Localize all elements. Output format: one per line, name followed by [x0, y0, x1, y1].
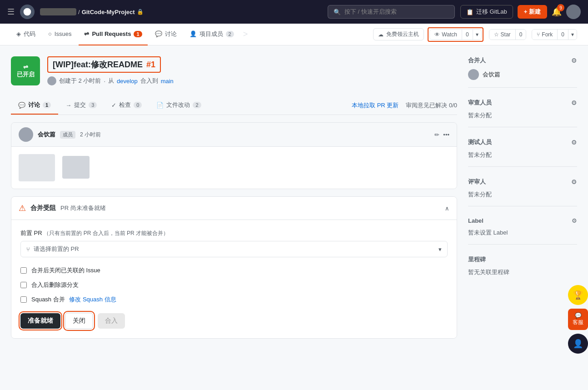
star-count: 0 [516, 30, 526, 40]
tab-commits[interactable]: → 提交 3 [58, 96, 104, 115]
more-icon[interactable]: ••• [443, 131, 449, 138]
migrate-label: 迁移 GitLab [476, 8, 507, 16]
tester-title: 测试人员 [468, 138, 492, 146]
prereq-pr-select[interactable]: ⑂ 请选择前置的 PR ▾ [20, 241, 448, 257]
sidebar-label-section: Label ⚙ 暂未设置 Label [468, 217, 577, 245]
breadcrumb-separator: / [78, 9, 80, 15]
code-icon: ◈ [16, 30, 21, 37]
user-avatar[interactable] [566, 5, 581, 19]
commits-tab-count: 3 [89, 102, 97, 108]
merger-title: 合并人 [468, 56, 486, 65]
subnav-item-pullrequests[interactable]: ⇌ Pull Requests 1 [79, 24, 147, 45]
new-button[interactable]: + 新建 [518, 5, 547, 19]
watch-main-button[interactable]: 👁 Watch [430, 30, 462, 40]
tab-checks[interactable]: ✓ 检查 0 [104, 96, 149, 115]
label-title: Label [468, 217, 483, 224]
warning-icon: ⚠ [19, 203, 26, 213]
fork-count: 0 [558, 30, 568, 40]
fork-dropdown-arrow[interactable]: ▾ [568, 30, 577, 40]
star-main-button[interactable]: ☆ Star [489, 30, 516, 40]
cloud-host-button[interactable]: ☁ 免费领云主机 [373, 28, 424, 40]
reviewer-empty: 暂未分配 [468, 112, 492, 119]
hamburger-menu[interactable]: ☰ [7, 7, 15, 17]
chat-icon: 💬 [575, 312, 582, 319]
subnav-more[interactable]: > [243, 30, 248, 39]
pr-status-icon: ⇌ [23, 64, 28, 70]
fork-label: Fork [542, 31, 553, 38]
label-manage-icon[interactable]: ⚙ [572, 217, 577, 224]
subnav-right: ☁ 免费领云主机 👁 Watch 0 ▾ ☆ Star 0 ⑂ F [373, 27, 577, 42]
subnav-item-discussion[interactable]: 💬 讨论 [149, 24, 182, 45]
select-arrow-icon: ▾ [439, 246, 442, 253]
prereq-placeholder: 请选择前置的 PR [34, 245, 439, 253]
service-label: 客服 [573, 319, 583, 326]
delete-branch-label: 合入后删除源分支 [31, 281, 79, 289]
pr-tab-actions: 本地拉取 PR 更新 审阅意见已解决 0/0 [352, 101, 457, 110]
pr-title-text: [WIP]feat:修改README [53, 59, 143, 70]
pr-branch-to[interactable]: main [161, 78, 174, 85]
merger-gear-icon[interactable]: ⚙ [571, 57, 577, 64]
checks-tab-icon: ✓ [111, 102, 116, 109]
tester-gear-icon[interactable]: ⚙ [571, 139, 577, 146]
label-empty: 暂未设置 Label [468, 229, 508, 236]
user-float-button[interactable]: 👤 [568, 334, 588, 354]
milestone-title: 里程碑 [468, 255, 486, 264]
close-button[interactable]: 关闭 [65, 313, 93, 329]
notification-count: 9 [557, 4, 564, 11]
lock-icon: 🔒 [137, 9, 144, 15]
merge-button[interactable]: 合入 [98, 313, 125, 329]
files-tab-count: 2 [193, 102, 201, 108]
squash-info-link[interactable]: 修改 Squash 信息 [69, 296, 116, 303]
content-area: ⇌ 已开启 [WIP]feat:修改README #1 创建于 2 小时前 · … [11, 56, 457, 346]
watch-count: 0 [462, 30, 473, 40]
subnav-item-issues[interactable]: ○ Issues [43, 24, 77, 45]
subnav-item-code[interactable]: ◈ 代码 [11, 24, 41, 45]
search-placeholder: 按下 / 快速开启搜索 [344, 8, 397, 16]
pr-branch-from[interactable]: develop [117, 78, 138, 85]
migrate-gitlab-button[interactable]: 📋 迁移 GitLab [460, 5, 513, 19]
pr-status-text: 已开启 [17, 70, 35, 79]
search-bar[interactable]: 🔍 按下 / 快速开启搜索 [328, 5, 455, 19]
fork-main-button[interactable]: ⑂ Fork [532, 30, 558, 40]
pr-status-badge: ⇌ 已开启 [11, 56, 40, 85]
squash-text: Squash 合并 [31, 296, 65, 303]
checkbox-squash: Squash 合并 修改 Squash 信息 [20, 295, 448, 304]
discussion-icon: 💬 [155, 30, 162, 37]
reviewer-title: 审查人员 [468, 99, 492, 107]
comment-actions: ✏ ••• [434, 131, 449, 138]
subnav: ◈ 代码 ○ Issues ⇌ Pull Requests 1 💬 讨论 👤 项… [0, 24, 588, 45]
checkbox-close-issues: 合并后关闭已关联的 Issue [20, 266, 448, 275]
squash-checkbox[interactable] [20, 296, 27, 303]
customer-service-button[interactable]: 💬 客服 [568, 309, 588, 330]
tab-discussion[interactable]: 💬 讨论 1 [11, 96, 58, 115]
evaluator-gear-icon[interactable]: ⚙ [571, 178, 577, 185]
subnav-label-discussion: 讨论 [165, 30, 177, 38]
action-buttons: 准备就绪 关闭 合入 [20, 313, 448, 329]
tab-files[interactable]: 📄 文件改动 2 [149, 96, 208, 115]
local-pull-link[interactable]: 本地拉取 PR 更新 [352, 101, 399, 110]
squash-label: Squash 合并 修改 Squash 信息 [31, 295, 116, 304]
delete-branch-checkbox[interactable] [20, 282, 27, 288]
reviewer-gear-icon[interactable]: ⚙ [571, 99, 577, 106]
pr-header: ⇌ 已开启 [WIP]feat:修改README #1 创建于 2 小时前 · … [11, 56, 457, 85]
evaluator-empty: 暂未分配 [468, 191, 492, 198]
comment-header: 会饮篇 成员 2 小时前 ✏ ••• [11, 123, 457, 147]
close-issues-checkbox[interactable] [20, 267, 27, 274]
trophy-button[interactable]: 🏆 [568, 285, 588, 305]
pr-meta-to: 合入到 [140, 77, 158, 85]
pr-badge: 1 [134, 31, 142, 37]
merge-blocked-subtitle: PR 尚未准备就绪 [60, 204, 106, 212]
notification-bell[interactable]: 🔔 9 [552, 7, 562, 17]
subnav-item-members[interactable]: 👤 项目成员 2 [184, 24, 239, 45]
subnav-label-issues: Issues [55, 30, 72, 37]
collapse-toggle[interactable]: ∧ [445, 205, 449, 212]
project-name: GitCode-MyProject [82, 9, 135, 15]
checkbox-delete-branch: 合入后删除源分支 [20, 281, 448, 289]
edit-icon[interactable]: ✏ [434, 131, 439, 138]
site-logo [20, 5, 35, 19]
merge-blocked-title: 合并受阻 [30, 204, 56, 212]
sidebar: 合并人 ⚙ 会饮篇 审查人员 ⚙ 暂未分配 测试人员 ⚙ 暂未分配 [468, 56, 577, 346]
ready-button[interactable]: 准备就绪 [20, 313, 60, 329]
watch-dropdown-arrow[interactable]: ▾ [473, 30, 481, 40]
issues-icon: ○ [48, 30, 52, 37]
